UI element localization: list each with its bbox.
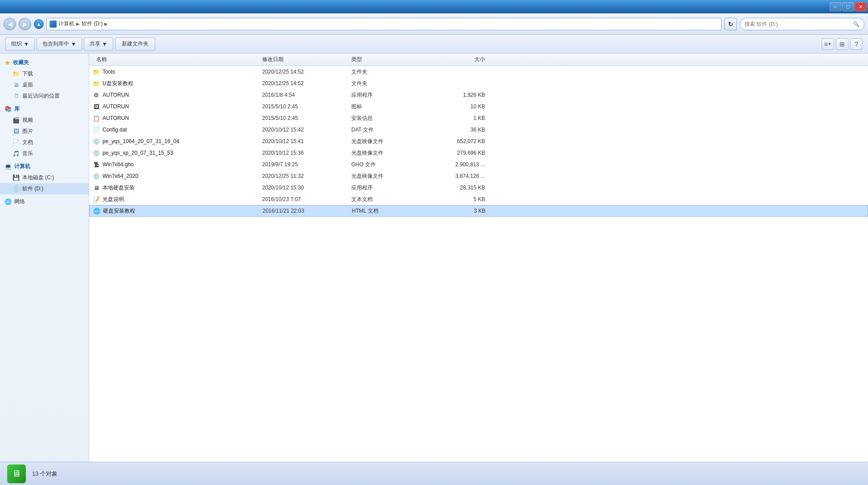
share-arrow-icon: ▼: [102, 41, 107, 47]
new-folder-button[interactable]: 新建文件夹: [115, 37, 155, 51]
view-toggle-button[interactable]: ≡ ▼: [822, 38, 834, 50]
file-date-cell: 2016/11/21 22:03: [263, 208, 352, 214]
organize-button[interactable]: 组织 ▼: [5, 37, 35, 51]
sidebar-item-music[interactable]: 🎵 音乐: [0, 148, 89, 159]
sidebar-item-drive-c[interactable]: 💾 本地磁盘 (C:): [0, 172, 89, 183]
col-header-size[interactable]: 大小: [423, 56, 485, 63]
preview-pane-button[interactable]: ⊞: [836, 38, 848, 50]
include-library-arrow-icon: ▼: [71, 41, 76, 47]
search-input[interactable]: [745, 21, 850, 27]
table-row[interactable]: 🖥 本地硬盘安装 2020/10/12 15:30 应用程序 28,315 KB: [89, 182, 868, 193]
table-row[interactable]: 🗜 Win7x64.gho 2019/9/7 19:25 GHO 文件 2,90…: [89, 159, 868, 170]
drive-d-label: 软件 (D:): [22, 185, 43, 193]
view-icon: ≡: [824, 41, 827, 48]
refresh-button[interactable]: ↻: [724, 18, 737, 30]
table-row[interactable]: 📁 Tools 2020/12/25 14:52 文件夹: [89, 66, 868, 78]
computer-header[interactable]: 💻 计算机: [0, 161, 89, 172]
recent-label: 最近访问的位置: [22, 92, 60, 100]
file-name-cell: 📁 Tools: [93, 68, 262, 75]
file-type-icon: 📁: [93, 80, 100, 87]
table-row[interactable]: 📋 AUTORUN 2015/5/10 2:45 安装信息 1 KB: [89, 112, 868, 124]
minimize-button[interactable]: ─: [830, 2, 841, 11]
file-date-cell: 2016/10/23 7:07: [262, 196, 351, 202]
drive-c-label: 本地磁盘 (C:): [22, 174, 54, 181]
file-name-cell: 🌐 硬盘安装教程: [93, 207, 263, 215]
file-date-cell: 2019/9/7 19:25: [262, 161, 351, 168]
breadcrumb-arrow1: ▶: [76, 21, 80, 26]
breadcrumb-computer: 计算机: [58, 20, 74, 28]
file-type-cell: 文件夹: [351, 68, 423, 76]
sidebar-item-images[interactable]: 🖼 图片: [0, 126, 89, 137]
close-button[interactable]: ✕: [855, 2, 866, 11]
file-size-cell: 2,900,813 ...: [423, 161, 485, 168]
favorites-header[interactable]: ★ 收藏夹: [0, 57, 89, 68]
back-button[interactable]: ◀: [4, 18, 16, 30]
file-type-icon: 🖼: [93, 103, 100, 110]
file-type-cell: 图标: [351, 103, 423, 111]
breadcrumb-drive: 软件 (D:): [82, 20, 103, 28]
file-name: pe_yqs_1064_20_07_31_16_04: [103, 138, 179, 144]
share-button[interactable]: 共享 ▼: [84, 37, 113, 51]
file-type-icon: 📄: [93, 126, 100, 133]
help-button[interactable]: ?: [850, 38, 863, 50]
file-name: Config.dat: [103, 127, 127, 133]
breadcrumb-bar[interactable]: 计算机 ▶ 软件 (D:) ▶: [46, 18, 722, 30]
file-name: AUTORUN: [103, 92, 129, 98]
table-row[interactable]: 📁 U盘安装教程 2020/12/25 14:52 文件夹: [89, 78, 868, 89]
file-type-icon: 📝: [93, 196, 100, 203]
sidebar-item-recent[interactable]: ⏱ 最近访问的位置: [0, 90, 89, 102]
file-area: 名称 修改日期 类型 大小 📁 Tools 2020/12/25 14:52 文…: [89, 53, 868, 462]
col-header-name[interactable]: 名称: [93, 56, 262, 63]
file-date-cell: 2016/1/8 4:54: [262, 92, 351, 98]
file-name-cell: 💿 Win7x64_2020: [93, 173, 262, 180]
file-name-cell: 🖼 AUTORUN: [93, 103, 262, 110]
file-size-cell: 1,926 KB: [423, 92, 485, 98]
forward-button[interactable]: ▶: [19, 18, 31, 30]
organize-arrow-icon: ▼: [24, 41, 29, 47]
file-size-cell: 279,696 KB: [423, 150, 485, 156]
file-name: AUTORUN: [103, 115, 129, 121]
table-row[interactable]: 📄 Config.dat 2020/10/12 15:42 DAT 文件 36 …: [89, 124, 868, 136]
file-type-icon: ⚙: [93, 91, 100, 99]
file-date-cell: 2020/10/12 15:42: [262, 127, 351, 133]
help-icon: ?: [855, 41, 858, 48]
table-row[interactable]: 📝 光盘说明 2016/10/23 7:07 文本文档 5 KB: [89, 193, 868, 205]
file-type-icon: 💿: [93, 149, 100, 156]
video-icon: 🎬: [12, 117, 20, 124]
file-name-cell: ⚙ AUTORUN: [93, 91, 262, 99]
file-type-icon: 🖥: [93, 184, 100, 191]
sidebar-item-documents[interactable]: 📄 文档: [0, 137, 89, 148]
col-header-type[interactable]: 类型: [351, 56, 423, 63]
table-row[interactable]: 🖼 AUTORUN 2015/5/10 2:45 图标 10 KB: [89, 101, 868, 112]
up-button[interactable]: ▲: [34, 19, 44, 29]
sidebar-item-desktop[interactable]: 🖥 桌面: [0, 79, 89, 90]
include-library-button[interactable]: 包含到库中 ▼: [37, 37, 82, 51]
sidebar-item-video[interactable]: 🎬 视频: [0, 115, 89, 126]
sidebar-item-network[interactable]: 🌐 网络: [0, 196, 89, 207]
music-icon: 🎵: [12, 150, 20, 157]
file-date-cell: 2020/12/25 14:52: [262, 69, 351, 75]
titlebar: ─ □ ✕: [0, 0, 868, 13]
table-row[interactable]: 🌐 硬盘安装教程 2016/11/21 22:03 HTML 文档 3 KB: [89, 205, 868, 217]
file-type-icon: 📁: [93, 68, 100, 75]
file-date-cell: 2015/5/10 2:45: [262, 115, 351, 121]
maximize-button[interactable]: □: [842, 2, 854, 11]
table-row[interactable]: 💿 Win7x64_2020 2020/12/25 11:32 光盘映像文件 3…: [89, 170, 868, 182]
table-row[interactable]: 💿 pe_yqs_1064_20_07_31_16_04 2020/10/12 …: [89, 136, 868, 147]
favorites-section: ★ 收藏夹 📁 下载 🖥 桌面 ⏱ 最近访问的位置: [0, 57, 89, 102]
file-type-cell: 文件夹: [351, 80, 423, 87]
library-header[interactable]: 📚 库: [0, 103, 89, 115]
table-row[interactable]: ⚙ AUTORUN 2016/1/8 4:54 应用程序 1,926 KB: [89, 89, 868, 101]
file-name-cell: 📝 光盘说明: [93, 196, 262, 203]
file-name: 本地硬盘安装: [103, 184, 135, 192]
sidebar-item-download[interactable]: 📁 下载: [0, 68, 89, 79]
share-label: 共享: [90, 40, 100, 48]
table-row[interactable]: 💿 pe_yqs_xp_20_07_31_15_53 2020/10/12 15…: [89, 147, 868, 159]
file-date-cell: 2015/5/10 2:45: [262, 103, 351, 110]
file-type-cell: 应用程序: [351, 91, 423, 99]
file-date-cell: 2020/10/12 15:36: [262, 150, 351, 156]
file-type-icon: 🌐: [93, 207, 100, 214]
desktop-icon: 🖥: [12, 82, 20, 89]
sidebar-item-drive-d[interactable]: 💿 软件 (D:): [0, 183, 89, 194]
col-header-date[interactable]: 修改日期: [262, 56, 351, 63]
